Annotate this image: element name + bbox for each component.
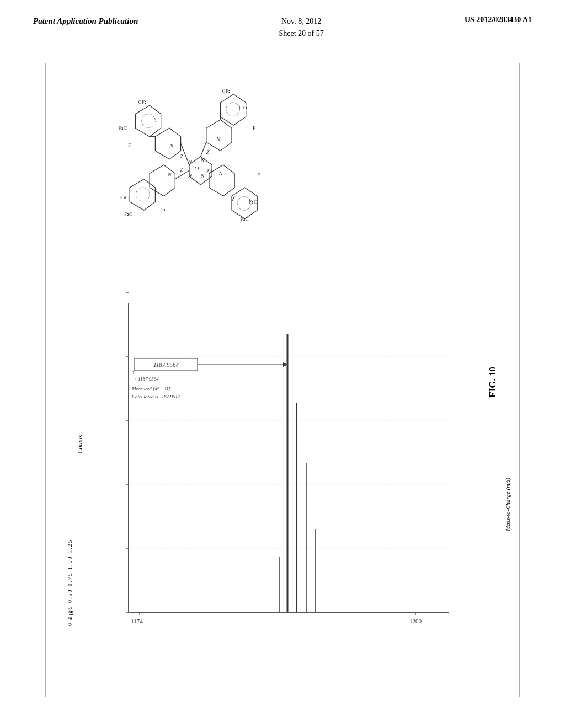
figure-box: N N N N O N N N N Z Z Z Z CF₃ F₃C F: [45, 63, 520, 697]
svg-text:N: N: [188, 172, 193, 178]
publication-title: Patent Application Publication: [33, 15, 138, 27]
svg-line-16: [232, 196, 234, 201]
svg-text:1187.9564: 1187.9564: [153, 361, 179, 368]
chemical-structure: N N N N O N N N N Z Z Z Z CF₃ F₃C F: [79, 80, 300, 290]
svg-text:N: N: [188, 158, 193, 165]
patent-number: US 2012/0283430 A1: [465, 15, 532, 24]
svg-text:Calculated is 1187.9517: Calculated is 1187.9517: [132, 394, 180, 399]
sheet-info: Sheet 20 of 57: [279, 28, 323, 40]
svg-point-43: [226, 103, 240, 116]
svg-text:O: O: [194, 165, 199, 172]
svg-text:N: N: [218, 170, 223, 176]
svg-text:CF₃: CF₃: [239, 105, 247, 110]
svg-line-6: [201, 142, 206, 157]
y-tick-125: 1.25: [67, 539, 73, 554]
svg-text:1200: 1200: [409, 618, 422, 624]
svg-text:F₃C: F₃C: [124, 211, 132, 217]
svg-text:Z: Z: [206, 168, 210, 174]
page-header: Patent Application Publication Nov. 8, 2…: [0, 0, 565, 46]
publication-date: Nov. 8, 2012: [279, 15, 323, 28]
svg-text:↑: ↑: [132, 369, 135, 375]
main-content: N N N N O N N N N Z Z Z Z CF₃ F₃C F: [0, 46, 565, 714]
svg-text:Z: Z: [180, 153, 184, 159]
y-axis-labels: 0 0.25 0.50 0.75 1.00 1.25: [57, 539, 83, 626]
svg-text:F₃C: F₃C: [240, 216, 248, 221]
svg-text:N: N: [200, 172, 206, 178]
counts-axis-label: Counts: [76, 435, 84, 453]
header-center: Nov. 8, 2012 Sheet 20 of 57: [279, 15, 323, 40]
svg-text:F: F: [257, 172, 260, 177]
svg-text:CF₃: CF₃: [138, 99, 147, 105]
svg-marker-9: [135, 105, 161, 136]
y-tick-025: 0.25: [67, 606, 73, 620]
y-tick-050: 0.50: [67, 589, 73, 603]
svg-text:→ 1187.9564: → 1187.9564: [132, 376, 159, 382]
svg-marker-1: [155, 128, 180, 159]
svg-point-44: [136, 188, 150, 201]
svg-marker-3: [150, 165, 175, 196]
svg-text:1174: 1174: [131, 618, 143, 624]
svg-text:Measured [M + H]⁺: Measured [M + H]⁺: [131, 386, 173, 392]
svg-text:CF₃: CF₃: [222, 88, 231, 93]
svg-text:F: F: [253, 125, 255, 131]
mass-spectrum-graph: 1174 1200 1187.9564 ↑ → 1187.9564 Measur…: [84, 292, 482, 667]
svg-marker-2: [206, 120, 232, 151]
x-axis-label: Mass-to-Charge (m/z): [504, 478, 511, 531]
svg-text:N: N: [216, 136, 221, 142]
y-tick-100: 1.00: [67, 556, 73, 570]
svg-point-42: [142, 114, 156, 127]
svg-text:Z: Z: [180, 167, 184, 173]
figure-label: FIG. 10: [487, 367, 498, 398]
svg-marker-4: [209, 165, 234, 196]
chem-structure-svg: N N N N O N N N N Z Z Z Z CF₃ F₃C F: [79, 80, 300, 290]
svg-text:N: N: [200, 157, 206, 163]
svg-text:F: F: [128, 142, 131, 148]
svg-text:N: N: [169, 143, 174, 149]
y-tick-0: 0: [67, 622, 73, 626]
svg-text:F₃C: F₃C: [120, 194, 129, 200]
svg-text:F₃C: F₃C: [119, 125, 127, 131]
svg-marker-13: [130, 179, 155, 210]
svg-text:N: N: [167, 171, 172, 177]
svg-text:Li: Li: [161, 207, 166, 212]
svg-text:Z: Z: [206, 148, 210, 154]
y-tick-075: 0.75: [67, 572, 73, 587]
svg-text:F₂C: F₂C: [249, 199, 257, 205]
